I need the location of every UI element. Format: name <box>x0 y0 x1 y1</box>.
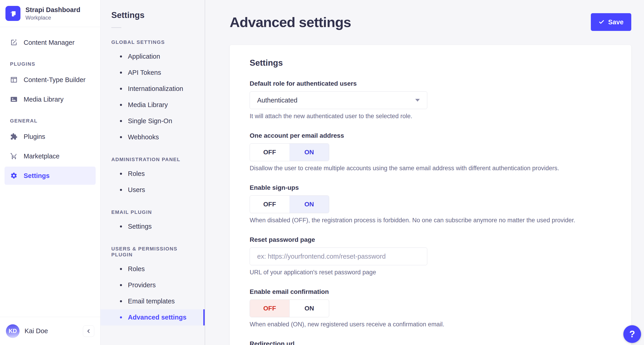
subnav-item-label: API Tokens <box>128 69 161 76</box>
bullet-icon <box>120 189 122 191</box>
sidebar-item-label: Media Library <box>24 96 64 103</box>
enable-email-confirmation-toggle: OFF ON <box>250 299 329 317</box>
subnav-item-email-settings[interactable]: Settings <box>100 218 205 235</box>
user-avatar: KD <box>6 324 20 338</box>
sidebar-item-content-manager[interactable]: Content Manager <box>4 34 96 52</box>
subnav-item-admin-roles[interactable]: Roles <box>100 166 205 182</box>
field-label: Redirection url <box>250 340 611 345</box>
marketplace-cart-icon <box>10 152 18 160</box>
subnav-item-media-library[interactable]: Media Library <box>100 97 205 113</box>
content-manager-icon <box>10 39 18 46</box>
help-button[interactable]: ? <box>623 325 641 343</box>
settings-subnav: Settings GLOBAL SETTINGS Application API… <box>100 0 205 345</box>
subnav-item-label: Settings <box>128 223 152 230</box>
sidebar-item-label: Plugins <box>24 133 45 140</box>
field-hint: When enabled (ON), new registered users … <box>250 321 611 328</box>
main-sidebar: Strapi Dashboard Workplace Content Manag… <box>0 0 100 345</box>
bullet-icon <box>120 284 122 286</box>
subnav-item-internationalization[interactable]: Internationalization <box>100 81 205 97</box>
field-one-account-per-email: One account per email address OFF ON Dis… <box>250 132 611 172</box>
subnav-item-application[interactable]: Application <box>100 48 205 65</box>
subnav-item-label: Application <box>128 53 160 60</box>
subnav-item-label: Roles <box>128 170 145 177</box>
sidebar-section-plugins: PLUGINS <box>4 61 96 67</box>
field-hint: Disallow the user to create multiple acc… <box>250 165 611 172</box>
toggle-off-option[interactable]: OFF <box>250 300 290 317</box>
chevron-left-icon <box>86 328 92 334</box>
subnav-item-advanced-settings[interactable]: Advanced settings <box>100 309 205 325</box>
field-hint: It will attach the new authenticated use… <box>250 113 611 120</box>
subnav-section-email-plugin: EMAIL PLUGIN <box>100 209 205 215</box>
bullet-icon <box>120 225 122 227</box>
bullet-icon <box>120 268 122 270</box>
sidebar-item-media-library[interactable]: Media Library <box>4 90 96 108</box>
subnav-item-email-templates[interactable]: Email templates <box>100 293 205 309</box>
subnav-item-label: Advanced settings <box>128 314 186 321</box>
sidebar-item-marketplace[interactable]: Marketplace <box>4 147 96 165</box>
subnav-item-label: Users <box>128 186 145 194</box>
field-hint: When disabled (OFF), the registration pr… <box>250 217 611 224</box>
field-enable-sign-ups: Enable sign-ups OFF ON When disabled (OF… <box>250 184 611 224</box>
settings-gear-icon <box>10 172 18 180</box>
subnav-section-administration-panel: ADMINISTRATION PANEL <box>100 157 205 163</box>
subnav-section-global-settings: GLOBAL SETTINGS <box>100 39 205 45</box>
bullet-icon <box>120 173 122 175</box>
enable-sign-ups-toggle: OFF ON <box>250 195 329 213</box>
reset-password-page-input[interactable] <box>250 247 427 265</box>
toggle-on-option[interactable]: ON <box>290 300 329 317</box>
field-label: One account per email address <box>250 132 611 139</box>
toggle-on-option[interactable]: ON <box>290 196 329 213</box>
subnav-item-up-roles[interactable]: Roles <box>100 261 205 277</box>
user-name[interactable]: Kai Doe <box>24 327 78 335</box>
subnav-section-users-permissions-plugin: USERS & PERMISSIONS PLUGIN <box>100 246 205 258</box>
toggle-off-option[interactable]: OFF <box>250 144 290 161</box>
sidebar-item-label: Content Manager <box>24 39 74 46</box>
page-header: Advanced settings Save <box>230 0 631 31</box>
subnav-item-providers[interactable]: Providers <box>100 277 205 293</box>
bullet-icon <box>120 120 122 122</box>
subnav-item-webhooks[interactable]: Webhooks <box>100 129 205 145</box>
save-button[interactable]: Save <box>591 13 631 31</box>
bullet-icon <box>120 56 122 58</box>
bullet-icon <box>120 136 122 138</box>
workspace-brand[interactable]: Strapi Dashboard Workplace <box>0 0 100 27</box>
select-value: Authenticated <box>257 97 297 104</box>
page-title: Advanced settings <box>230 14 351 30</box>
subnav-item-label: Providers <box>128 281 156 289</box>
subnav-item-label: Webhooks <box>128 133 159 141</box>
sidebar-item-label: Marketplace <box>24 153 60 160</box>
app-title: Strapi Dashboard <box>26 6 80 14</box>
settings-card: Settings Default role for authenticated … <box>230 45 631 345</box>
subnav-item-admin-users[interactable]: Users <box>100 182 205 198</box>
subnav-item-single-sign-on[interactable]: Single Sign-On <box>100 113 205 129</box>
subnav-divider <box>111 27 121 28</box>
sidebar-item-label: Settings <box>24 172 50 180</box>
save-button-label: Save <box>608 19 624 26</box>
sidebar-item-content-type-builder[interactable]: Content-Type Builder <box>4 71 96 89</box>
field-reset-password-page: Reset password page URL of your applicat… <box>250 236 611 276</box>
workspace-name: Workplace <box>26 15 80 21</box>
sidebar-collapse-button[interactable] <box>83 325 94 337</box>
field-redirection-url: Redirection url <box>250 340 611 345</box>
field-label: Default role for authenticated users <box>250 80 611 87</box>
settings-card-title: Settings <box>250 58 611 68</box>
subnav-item-label: Email templates <box>128 297 175 305</box>
field-label: Reset password page <box>250 236 611 243</box>
bullet-icon <box>120 300 122 302</box>
subnav-item-api-tokens[interactable]: API Tokens <box>100 65 205 81</box>
strapi-logo-icon <box>6 6 20 21</box>
sidebar-item-settings[interactable]: Settings <box>4 167 96 185</box>
bullet-icon <box>120 72 122 74</box>
sidebar-footer: KD Kai Doe <box>0 317 100 345</box>
field-enable-email-confirmation: Enable email confirmation OFF ON When en… <box>250 288 611 328</box>
sidebar-item-label: Content-Type Builder <box>24 76 86 84</box>
sidebar-item-plugins[interactable]: Plugins <box>4 128 96 146</box>
subnav-item-label: Internationalization <box>128 85 183 93</box>
content-type-builder-icon <box>10 76 18 84</box>
sidebar-section-general: GENERAL <box>4 118 96 124</box>
toggle-on-option[interactable]: ON <box>290 144 329 161</box>
bullet-icon <box>120 104 122 106</box>
plugins-puzzle-icon <box>10 133 18 140</box>
toggle-off-option[interactable]: OFF <box>250 196 290 213</box>
default-role-select[interactable]: Authenticated <box>250 91 427 109</box>
